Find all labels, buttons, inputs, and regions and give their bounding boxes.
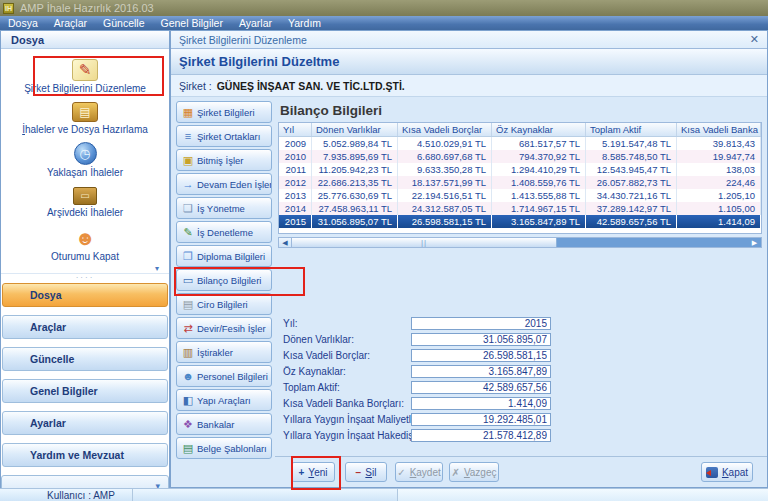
field-input[interactable]: [411, 413, 551, 426]
table-row[interactable]: 2013 25.776.630,69 TL 22.194.516,51 TL 1…: [279, 189, 761, 202]
chevron-down-icon[interactable]: ▾: [1, 265, 169, 273]
nav-button-label: Şirket Bilgileri: [197, 107, 255, 118]
nav-button[interactable]: Bilanço Bilgileri: [176, 269, 272, 291]
cell-toplam-aktif: 42.589.657,56 TL: [586, 215, 677, 228]
cell-kisa-vadeli-banka-borclari: 39.813,43: [677, 137, 761, 150]
splitter-handle[interactable]: ····: [1, 273, 169, 281]
accordion-bar[interactable]: Dosya: [2, 283, 168, 307]
menu-item[interactable]: Güncelle: [95, 16, 152, 30]
sidebar-item[interactable]: İhaleler ve Dosya Hazırlama: [5, 97, 165, 139]
scrollbar-thumb[interactable]: ||: [292, 238, 557, 247]
company-label: Şirket :: [179, 80, 212, 92]
scroll-right-arrow-icon[interactable]: ▶: [748, 238, 761, 247]
field-label: Öz Kaynaklar:: [283, 366, 411, 377]
col-kisa-vadeli-banka-borclari[interactable]: Kısa Vadeli Banka Borçları: [677, 123, 761, 136]
kaydet-button[interactable]: ✓ Kaydet: [395, 462, 443, 482]
nav-button[interactable]: Bitmiş İşler: [176, 149, 272, 171]
nav-button[interactable]: İş Yönetme: [176, 197, 272, 219]
field-label: Yıl:: [283, 318, 411, 329]
field-input[interactable]: [411, 397, 551, 410]
accordion-bar[interactable]: Genel Bilgiler: [2, 379, 168, 403]
exit-door-icon: [706, 467, 718, 478]
field-input[interactable]: [411, 429, 551, 442]
cell-donen-varliklar: 11.205.942,23 TL: [312, 163, 398, 176]
cell-oz-kaynaklar: 1.408.559,76 TL: [492, 176, 586, 189]
table-row[interactable]: 2014 27.458.963,11 TL 24.312.587,05 TL 1…: [279, 202, 761, 215]
cell-yil: 2015: [279, 215, 312, 228]
sidebar-item[interactable]: Yaklaşan İhaleler: [5, 139, 165, 181]
plus-icon: +: [299, 467, 305, 478]
panel-body: Şirket Bilgileri Şirket Ortakları Bitmiş…: [171, 97, 767, 487]
sil-button[interactable]: − Sil: [345, 462, 387, 482]
nav-button-label: Bilanço Bilgileri: [197, 275, 261, 286]
close-icon[interactable]: ✕: [750, 33, 759, 46]
field-label: Yıllara Yaygın İnşaat Hakediş Gelirleri:: [283, 430, 411, 441]
nav-button-icon: [182, 394, 194, 406]
table-row[interactable]: 2009 5.052.989,84 TL 4.510.029,91 TL 681…: [279, 137, 761, 150]
kapat-button-label: Kapat: [722, 467, 748, 478]
yeni-button[interactable]: + Yeni: [291, 462, 335, 482]
nav-button-label: Bitmiş İşler: [197, 155, 243, 166]
menu-item[interactable]: Yardım: [280, 16, 329, 30]
form-row: Kısa Vadeli Banka Borçları:: [278, 395, 762, 411]
col-toplam-aktif[interactable]: Toplam Aktif: [586, 123, 677, 136]
menu-item[interactable]: Ayarlar: [231, 16, 280, 30]
scroll-left-arrow-icon[interactable]: ◀: [279, 238, 292, 247]
sidebar-header: Dosya: [1, 31, 169, 49]
nav-button-icon: [182, 370, 194, 382]
field-input[interactable]: [411, 381, 551, 394]
table-row[interactable]: 2015 31.056.895,07 TL 26.598.581,15 TL 3…: [279, 215, 761, 228]
cell-kisa-vadeli-banka-borclari: 1.414,09: [677, 215, 761, 228]
field-label: Kısa Vadeli Borçlar:: [283, 350, 411, 361]
nav-button[interactable]: Şirket Bilgileri: [176, 101, 272, 123]
table-row[interactable]: 2011 11.205.942,23 TL 9.633.350,28 TL 1.…: [279, 163, 761, 176]
cell-toplam-aktif: 37.289.142,97 TL: [586, 202, 677, 215]
sil-button-label: Sil: [365, 467, 376, 478]
menu-item[interactable]: Dosya: [0, 16, 46, 30]
field-input[interactable]: [411, 365, 551, 378]
vazgec-button[interactable]: ✗ Vazgeç: [449, 462, 499, 482]
kapat-button[interactable]: Kapat: [701, 462, 753, 482]
sidebar-item[interactable]: Oturumu Kapat: [5, 223, 165, 265]
nav-button[interactable]: Devam Eden İşler: [176, 173, 272, 195]
accordion-bar[interactable]: Araçlar: [2, 315, 168, 339]
sidebar-item[interactable]: Arşivdeki İhaleler: [5, 181, 165, 223]
field-input[interactable]: [411, 349, 551, 362]
table-row[interactable]: 2010 7.935.895,69 TL 6.680.697,68 TL 794…: [279, 150, 761, 163]
table-header: Yıl Dönen Varlıklar Kısa Vadeli Borçlar …: [279, 123, 761, 137]
nav-button[interactable]: Devir/Fesih İşler: [176, 317, 272, 339]
col-yil[interactable]: Yıl: [279, 123, 312, 136]
field-input[interactable]: [411, 333, 551, 346]
col-donen-varliklar[interactable]: Dönen Varlıklar: [312, 123, 398, 136]
window-title: AMP İhale Hazırlık 2016.03: [20, 2, 154, 14]
field-input[interactable]: [411, 317, 551, 330]
nav-button[interactable]: Personel Bilgileri: [176, 365, 272, 387]
nav-button[interactable]: Ciro Bilgileri: [176, 293, 272, 315]
nav-button-label: Devam Eden İşler: [197, 179, 272, 190]
col-kisa-vadeli-borclar[interactable]: Kısa Vadeli Borçlar: [398, 123, 492, 136]
nav-button-icon: [182, 418, 194, 430]
cell-oz-kaynaklar: 3.165.847,89 TL: [492, 215, 586, 228]
form-row: Yıllara Yaygın İnşaat Hakediş Gelirleri:: [278, 427, 762, 443]
nav-button[interactable]: Yapı Araçları: [176, 389, 272, 411]
col-oz-kaynaklar[interactable]: Öz Kaynaklar: [492, 123, 586, 136]
cell-donen-varliklar: 5.052.989,84 TL: [312, 137, 398, 150]
nav-button[interactable]: İş Denetleme: [176, 221, 272, 243]
statusbar-segment: [133, 489, 398, 501]
cell-yil: 2011: [279, 163, 312, 176]
accordion-bar[interactable]: Yardım ve Mevzuat: [2, 443, 168, 467]
sidebar-item[interactable]: Şirket Bilgilerini Düzenleme: [5, 55, 165, 97]
sidebar-item-label: Yaklaşan İhaleler: [47, 167, 123, 178]
tab-sirket-bilgilerini-duzenleme[interactable]: Şirket Bilgilerini Düzenleme: [179, 34, 307, 46]
table-row[interactable]: 2012 22.686.213,35 TL 18.137.571,99 TL 1…: [279, 176, 761, 189]
nav-button[interactable]: Belge Şablonları: [176, 437, 272, 459]
accordion-bar[interactable]: Ayarlar: [2, 411, 168, 435]
nav-button[interactable]: Şirket Ortakları: [176, 125, 272, 147]
sidebar-item-icon: [74, 142, 97, 165]
menu-item[interactable]: Genel Bilgiler: [152, 16, 230, 30]
accordion-bar[interactable]: Güncelle: [2, 347, 168, 371]
nav-button[interactable]: Diploma Bilgileri: [176, 245, 272, 267]
menu-item[interactable]: Araçlar: [46, 16, 95, 30]
nav-button[interactable]: İştirakler: [176, 341, 272, 363]
nav-button[interactable]: Bankalar: [176, 413, 272, 435]
